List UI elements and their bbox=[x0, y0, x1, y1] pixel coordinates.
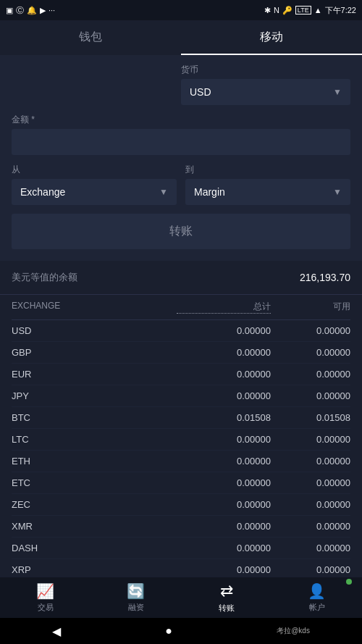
nav-account[interactable]: 👤 帐户 bbox=[272, 577, 362, 618]
from-group: 从 Exchange ▼ bbox=[12, 164, 177, 205]
row-currency: ETH bbox=[12, 456, 177, 467]
row-currency: XRP bbox=[12, 564, 177, 575]
icon-menu: ▣ bbox=[6, 6, 13, 15]
row-currency: GBP bbox=[12, 347, 177, 358]
nav-finance[interactable]: 🔄 融资 bbox=[90, 577, 181, 618]
available-header: 可用 bbox=[271, 301, 350, 314]
row-available: 0.00000 bbox=[271, 325, 350, 336]
to-value: Margin bbox=[194, 186, 225, 198]
row-currency: ETC bbox=[12, 477, 177, 488]
back-button[interactable]: ◀ bbox=[52, 624, 61, 638]
row-total: 0.00000 bbox=[177, 456, 271, 467]
table-row: EUR 0.00000 0.00000 bbox=[12, 364, 350, 385]
icon-c: Ⓒ bbox=[16, 5, 24, 16]
trade-icon: 📈 bbox=[36, 582, 54, 600]
row-total: 0.00000 bbox=[177, 543, 271, 553]
transfer-button[interactable]: 转账 bbox=[12, 214, 350, 249]
row-total: 0.00000 bbox=[177, 347, 271, 358]
bottom-nav: 📈 交易 🔄 融资 ⇄ 转账 👤 帐户 bbox=[0, 577, 362, 618]
row-available: 0.00000 bbox=[271, 390, 350, 401]
tab-wallet[interactable]: 钱包 bbox=[0, 20, 181, 55]
exchange-label: EXCHANGE bbox=[12, 301, 177, 314]
transfer-icon: ⇄ bbox=[220, 582, 233, 601]
from-label: 从 bbox=[12, 164, 177, 176]
finance-icon: 🔄 bbox=[127, 582, 145, 600]
row-currency: EUR bbox=[12, 369, 177, 380]
balance-section: 美元等值的余额 216,193.70 bbox=[0, 261, 362, 295]
row-total: 0.00000 bbox=[177, 499, 271, 510]
table-section: EXCHANGE 总计 可用 USD 0.00000 0.00000 GBP 0… bbox=[0, 295, 362, 581]
tab-transfer[interactable]: 移动 bbox=[181, 20, 362, 55]
row-currency: BTC bbox=[12, 412, 177, 423]
nav-transfer-label: 转账 bbox=[219, 603, 235, 614]
from-arrow-icon: ▼ bbox=[159, 187, 168, 197]
row-available: 0.00000 bbox=[271, 369, 350, 380]
row-available: 0.00000 bbox=[271, 456, 350, 467]
row-available: 0.00000 bbox=[271, 499, 350, 510]
row-currency: DASH bbox=[12, 543, 177, 553]
table-row: BTC 0.01508 0.01508 bbox=[12, 407, 350, 429]
row-available: 0.01508 bbox=[271, 412, 350, 423]
row-currency: XMR bbox=[12, 521, 177, 532]
to-arrow-icon: ▼ bbox=[333, 187, 342, 197]
table-row: ETH 0.00000 0.00000 bbox=[12, 451, 350, 472]
battery-percent: 下午7:22 bbox=[325, 5, 356, 16]
row-total: 0.00000 bbox=[177, 564, 271, 575]
table-row: DASH 0.00000 0.00000 bbox=[12, 538, 350, 559]
form-area: 货币 USD ▼ 金额 * 从 Exchange ▼ 到 Margin ▼ bbox=[0, 55, 362, 261]
icon-bluetooth: ✱ bbox=[264, 6, 271, 15]
from-select[interactable]: Exchange ▼ bbox=[12, 179, 177, 205]
row-available: 0.00000 bbox=[271, 543, 350, 553]
row-total: 0.00000 bbox=[177, 325, 271, 336]
icon-key: 🔑 bbox=[282, 6, 292, 15]
icon-bell: 🔔 bbox=[27, 6, 37, 15]
watermark: 考拉@kds bbox=[277, 626, 310, 636]
icon-signal: ▲ bbox=[314, 6, 322, 14]
table-header: EXCHANGE 总计 可用 bbox=[12, 295, 350, 320]
to-select[interactable]: Margin ▼ bbox=[185, 179, 350, 205]
row-total: 0.01508 bbox=[177, 412, 271, 423]
row-currency: JPY bbox=[12, 390, 177, 401]
icon-nfc: N bbox=[274, 6, 279, 14]
row-available: 0.00000 bbox=[271, 521, 350, 532]
total-header: 总计 bbox=[177, 301, 271, 314]
amount-label: 金额 * bbox=[12, 114, 350, 126]
table-row: GBP 0.00000 0.00000 bbox=[12, 342, 350, 364]
icon-lte: LTE bbox=[295, 6, 311, 14]
row-available: 0.00000 bbox=[271, 347, 350, 358]
account-icon: 👤 bbox=[308, 582, 326, 600]
to-group: 到 Margin ▼ bbox=[185, 164, 350, 205]
home-button[interactable]: ● bbox=[165, 624, 172, 637]
table-row: ZEC 0.00000 0.00000 bbox=[12, 494, 350, 516]
to-label: 到 bbox=[185, 164, 350, 176]
currency-arrow-icon: ▼ bbox=[333, 87, 342, 97]
android-nav: ◀ ● 考拉@kds bbox=[0, 618, 362, 644]
nav-trade[interactable]: 📈 交易 bbox=[0, 577, 90, 618]
icon-play: ▶ bbox=[40, 6, 46, 15]
table-row: ETC 0.00000 0.00000 bbox=[12, 472, 350, 494]
table-row: USD 0.00000 0.00000 bbox=[12, 320, 350, 342]
table-row: JPY 0.00000 0.00000 bbox=[12, 385, 350, 407]
status-bar: ▣ Ⓒ 🔔 ▶ ··· ✱ N 🔑 LTE ▲ 下午7:22 bbox=[0, 0, 362, 20]
currency-value: USD bbox=[190, 86, 211, 98]
icon-dots: ··· bbox=[49, 6, 55, 14]
table-row: XMR 0.00000 0.00000 bbox=[12, 516, 350, 538]
row-available: 0.00000 bbox=[271, 564, 350, 575]
currency-row: 货币 USD ▼ bbox=[12, 64, 350, 105]
row-currency: ZEC bbox=[12, 499, 177, 510]
currency-select[interactable]: USD ▼ bbox=[181, 79, 350, 105]
currency-group: 货币 USD ▼ bbox=[181, 64, 350, 105]
nav-account-label: 帐户 bbox=[309, 602, 325, 613]
row-currency: USD bbox=[12, 325, 177, 336]
tab-bar: 钱包 移动 bbox=[0, 20, 362, 55]
nav-finance-label: 融资 bbox=[128, 602, 144, 613]
balance-value: 216,193.70 bbox=[300, 272, 350, 283]
account-badge bbox=[346, 579, 352, 585]
status-left-icons: ▣ Ⓒ 🔔 ▶ ··· bbox=[6, 5, 55, 16]
amount-input[interactable] bbox=[12, 129, 350, 155]
nav-transfer[interactable]: ⇄ 转账 bbox=[181, 577, 272, 618]
status-right-icons: ✱ N 🔑 LTE ▲ 下午7:22 bbox=[264, 5, 356, 16]
amount-group: 金额 * bbox=[12, 114, 350, 155]
balance-label: 美元等值的余额 bbox=[12, 271, 77, 284]
row-available: 0.00000 bbox=[271, 477, 350, 488]
